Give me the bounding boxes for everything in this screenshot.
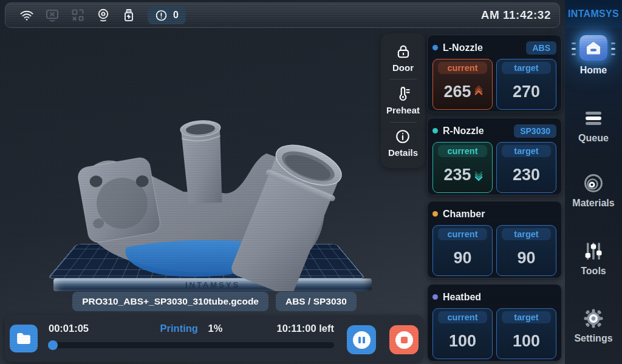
divider xyxy=(390,79,417,79)
camera-icon xyxy=(96,7,111,23)
current-temp-card[interactable]: current 100 xyxy=(432,308,493,359)
current-value: 100 xyxy=(449,332,476,351)
target-label: target xyxy=(502,145,551,157)
door-button[interactable]: Door xyxy=(392,44,414,73)
target-temp-card[interactable]: target 230 xyxy=(496,142,556,193)
sidebar-item-queue[interactable]: Queue xyxy=(565,108,622,144)
workflow-disconnected-icon xyxy=(70,7,85,23)
status-dot xyxy=(432,211,438,217)
sidebar-item-materials[interactable]: Materials xyxy=(565,173,622,209)
current-label: current xyxy=(438,311,487,323)
sidebar-nav: INTAMSYS Home Queue Materi xyxy=(565,0,622,364)
details-button[interactable]: Details xyxy=(388,129,418,158)
pause-icon xyxy=(353,331,371,349)
current-temp-card[interactable]: current 90 xyxy=(432,225,493,276)
gcode-filename-chip: PRO310_ABS+_SP3030_310tube.gcode xyxy=(72,292,268,311)
target-value: 100 xyxy=(513,332,540,351)
clock-time: AM 11:42:32 xyxy=(481,8,551,22)
details-label: Details xyxy=(388,147,418,158)
panel-title: Chamber xyxy=(443,209,485,220)
sidebar-item-home[interactable]: Home xyxy=(565,35,622,76)
sidebar-item-label: Materials xyxy=(572,198,614,209)
current-value: 265 xyxy=(443,83,471,101)
target-temp-card[interactable]: target 90 xyxy=(496,225,556,276)
divider xyxy=(390,122,417,123)
current-label: current xyxy=(438,62,487,74)
sidebar-item-label: Settings xyxy=(574,333,612,344)
sidebar-item-settings[interactable]: Settings xyxy=(565,308,622,344)
current-value: 235 xyxy=(443,166,471,184)
wifi-icon xyxy=(19,7,34,23)
settings-gear-icon xyxy=(583,308,604,329)
panel-title: R-Nozzle xyxy=(443,126,484,136)
panel-title: Heatbed xyxy=(443,292,481,303)
current-label: current xyxy=(438,228,487,240)
stop-icon xyxy=(395,331,413,349)
status-dot xyxy=(432,128,438,133)
quick-actions-panel: Door Preheat Details xyxy=(381,33,425,168)
sidebar-item-label: Tools xyxy=(581,266,606,277)
notification-badge[interactable]: 0 xyxy=(148,6,186,24)
lock-icon xyxy=(395,44,411,59)
usb-drive-icon xyxy=(121,7,136,23)
target-temp-card[interactable]: target 270 xyxy=(496,59,556,110)
material-badge: SP3030 xyxy=(514,124,556,138)
files-button[interactable] xyxy=(10,325,38,352)
trend-up-icon xyxy=(476,86,482,97)
sidebar-item-tools[interactable]: Tools xyxy=(565,241,622,277)
target-value: 230 xyxy=(513,166,540,184)
status-dot xyxy=(432,45,438,50)
current-value: 90 xyxy=(453,249,471,268)
temp-panel-heatbed: Heatbed current 100 target 100 xyxy=(427,284,562,362)
display-disconnected-icon xyxy=(45,7,60,23)
target-value: 90 xyxy=(517,249,535,268)
panel-title: L-Nozzle xyxy=(443,42,483,53)
preheat-label: Preheat xyxy=(386,105,420,115)
temp-panel-r-nozzle: R-Nozzle SP3030 current 235 target 230 xyxy=(427,118,562,195)
progress-bar[interactable] xyxy=(49,342,334,348)
info-icon xyxy=(395,129,411,144)
notification-count: 0 xyxy=(173,10,179,21)
alert-icon xyxy=(155,9,168,22)
target-temp-card[interactable]: target 100 xyxy=(496,308,556,359)
sidebar-item-label: Home xyxy=(580,65,607,76)
door-label: Door xyxy=(392,62,414,73)
target-label: target xyxy=(502,62,551,74)
status-bar: 0 AM 11:42:32 xyxy=(5,2,560,28)
brand-logo: INTAMSYS xyxy=(565,0,622,28)
material-badge: ABS xyxy=(526,41,556,55)
pause-button[interactable] xyxy=(347,325,376,354)
percent-text: 1% xyxy=(208,323,223,334)
temp-panel-l-nozzle: L-Nozzle ABS current 265 target 270 xyxy=(427,35,562,112)
print-progress-panel: 00:01:05 Printing 1% 10:11:00 left xyxy=(5,315,423,362)
preheat-button[interactable]: Preheat xyxy=(386,86,420,115)
temp-panel-chamber: Chamber current 90 target 90 xyxy=(427,201,562,278)
current-temp-card[interactable]: current 235 xyxy=(432,142,493,193)
current-temp-card[interactable]: current 265 xyxy=(432,59,493,110)
tools-sliders-icon xyxy=(583,241,604,261)
current-label: current xyxy=(438,145,487,157)
sidebar-item-label: Queue xyxy=(578,133,609,144)
progress-knob[interactable] xyxy=(48,340,58,350)
queue-icon xyxy=(584,108,603,129)
elapsed-time: 00:01:05 xyxy=(49,323,89,334)
target-label: target xyxy=(502,228,551,240)
materials-spool-icon xyxy=(583,173,604,194)
home-icon xyxy=(579,35,607,61)
remaining-time: 10:11:00 left xyxy=(277,323,334,334)
thermometer-icon xyxy=(395,86,411,102)
trend-down-icon xyxy=(476,169,482,180)
materials-chip: ABS / SP3030 xyxy=(276,292,357,311)
status-text: Printing xyxy=(160,323,198,334)
file-info-row: PRO310_ABS+_SP3030_310tube.gcode ABS / S… xyxy=(0,292,429,311)
folder-icon xyxy=(16,331,32,346)
target-value: 270 xyxy=(513,83,540,101)
stop-button[interactable] xyxy=(389,325,419,354)
status-dot xyxy=(432,294,438,300)
target-label: target xyxy=(502,311,551,323)
gcode-model-preview xyxy=(24,91,389,291)
model-viewer[interactable]: INTAMSYS xyxy=(24,91,389,291)
